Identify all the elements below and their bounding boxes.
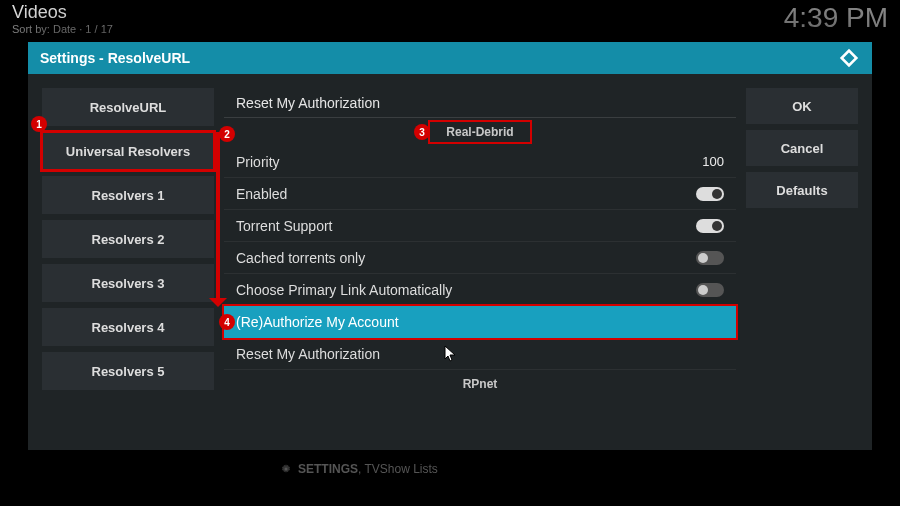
ok-button[interactable]: OK <box>746 88 858 124</box>
toggle-switch[interactable] <box>696 283 724 297</box>
row-priority[interactable]: Priority 100 <box>224 146 736 178</box>
defaults-button[interactable]: Defaults <box>746 172 858 208</box>
sidebar-item-resolvers-1[interactable]: Resolvers 1 <box>42 176 214 214</box>
annotation-badge-3: 3 <box>414 124 430 140</box>
row-value: 100 <box>702 154 724 169</box>
toggle-switch[interactable] <box>696 187 724 201</box>
sidebar-item-universal-resolvers[interactable]: Universal Resolvers <box>42 132 214 170</box>
sidebar-item-label: Resolvers 5 <box>92 364 165 379</box>
row-label: Enabled <box>236 186 287 202</box>
sidebar-item-label: Universal Resolvers <box>66 144 190 159</box>
row-label: Torrent Support <box>236 218 333 234</box>
button-label: Defaults <box>776 183 827 198</box>
annotation-badge-4: 4 <box>219 314 235 330</box>
settings-dialog: Settings - ResolveURL ResolveURL Univers… <box>28 42 872 450</box>
dialog-title: Settings - ResolveURL <box>40 50 190 66</box>
button-label: OK <box>792 99 812 114</box>
group-header-rpnet: RPnet <box>224 370 736 398</box>
row-torrent-support[interactable]: Torrent Support <box>224 210 736 242</box>
row-reset-authorization[interactable]: Reset My Authorization <box>224 338 736 370</box>
kodi-logo-icon <box>838 47 860 69</box>
row-reauthorize-my-account[interactable]: (Re)Authorize My Account <box>224 306 736 338</box>
footer-rest: , TVShow Lists <box>358 462 438 476</box>
gear-icon <box>280 463 292 475</box>
annotation-badge-1: 1 <box>31 116 47 132</box>
row-enabled[interactable]: Enabled <box>224 178 736 210</box>
sidebar-item-resolvers-4[interactable]: Resolvers 4 <box>42 308 214 346</box>
background-menu-text: SETTINGS, TVShow Lists <box>280 462 438 476</box>
sidebar-item-label: Resolvers 1 <box>92 188 165 203</box>
sidebar-item-resolvers-3[interactable]: Resolvers 3 <box>42 264 214 302</box>
row-label: Reset My Authorization <box>236 95 380 111</box>
group-header-label: RPnet <box>463 377 498 391</box>
toggle-switch[interactable] <box>696 251 724 265</box>
sidebar-item-label: Resolvers 4 <box>92 320 165 335</box>
annotation-arrow <box>216 132 220 304</box>
cursor-icon <box>444 345 458 363</box>
sidebar-item-resolvers-5[interactable]: Resolvers 5 <box>42 352 214 390</box>
clock: 4:39 PM <box>784 2 888 34</box>
category-sidebar: ResolveURL Universal Resolvers Resolvers… <box>42 88 214 436</box>
sidebar-item-resolvers-2[interactable]: Resolvers 2 <box>42 220 214 258</box>
row-cached-torrents-only[interactable]: Cached torrents only <box>224 242 736 274</box>
toggle-switch[interactable] <box>696 219 724 233</box>
sort-subtitle: Sort by: Date · 1 / 17 <box>12 23 113 35</box>
background-topbar: Videos Sort by: Date · 1 / 17 4:39 PM <box>12 2 888 35</box>
group-header-label: Real-Debrid <box>428 120 531 144</box>
footer-bold: SETTINGS <box>298 462 358 476</box>
row-label: Choose Primary Link Automatically <box>236 282 452 298</box>
row-choose-primary-link[interactable]: Choose Primary Link Automatically <box>224 274 736 306</box>
reset-authorization-top[interactable]: Reset My Authorization <box>224 88 736 118</box>
row-label: Priority <box>236 154 280 170</box>
row-label: (Re)Authorize My Account <box>236 314 399 330</box>
sidebar-item-label: ResolveURL <box>90 100 167 115</box>
sidebar-item-label: Resolvers 2 <box>92 232 165 247</box>
settings-panel: Reset My Authorization Real-Debrid Prior… <box>224 88 736 436</box>
cancel-button[interactable]: Cancel <box>746 130 858 166</box>
annotation-badge-2: 2 <box>219 126 235 142</box>
group-header-real-debrid: Real-Debrid <box>224 118 736 146</box>
row-reauthorize-wrapper: (Re)Authorize My Account <box>224 306 736 338</box>
videos-title: Videos <box>12 2 113 23</box>
dialog-header: Settings - ResolveURL <box>28 42 872 74</box>
sidebar-item-label: Resolvers 3 <box>92 276 165 291</box>
sidebar-item-resolveurl[interactable]: ResolveURL <box>42 88 214 126</box>
row-label: Cached torrents only <box>236 250 365 266</box>
button-label: Cancel <box>781 141 824 156</box>
row-label: Reset My Authorization <box>236 346 380 362</box>
dialog-actions: OK Cancel Defaults <box>746 88 858 436</box>
